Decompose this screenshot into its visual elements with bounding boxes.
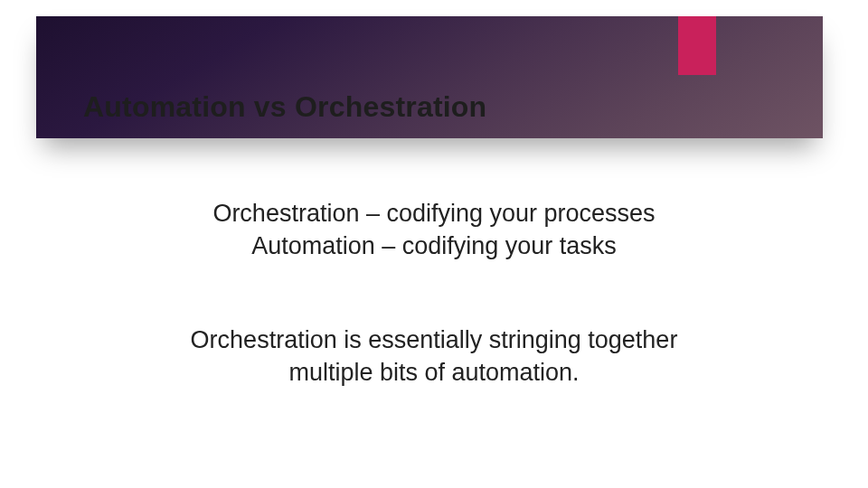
summary-line-1: Orchestration is essentially stringing t… — [108, 324, 760, 357]
slide: Automation vs Orchestration Orchestratio… — [0, 0, 868, 488]
accent-tab — [678, 16, 716, 75]
summary-block: Orchestration is essentially stringing t… — [108, 324, 760, 389]
summary-line-2: multiple bits of automation. — [108, 357, 760, 389]
orchestration-definition: Orchestration – codifying your processes — [108, 197, 760, 230]
slide-title: Automation vs Orchestration — [83, 90, 486, 124]
definition-block: Orchestration – codifying your processes… — [108, 197, 760, 263]
automation-definition: Automation – codifying your tasks — [108, 230, 760, 262]
slide-body: Orchestration – codifying your processes… — [108, 197, 760, 389]
